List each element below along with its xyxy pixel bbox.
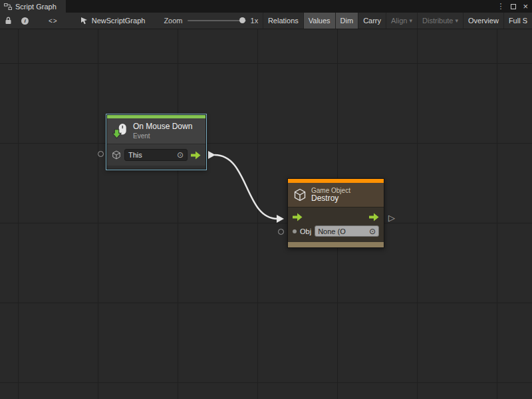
tab-script-graph[interactable]: Script Graph [0, 0, 66, 13]
zoom-label: Zoom [164, 17, 182, 25]
window-menu-icon[interactable]: ⋮ [497, 3, 504, 10]
destroy-node-bottom-bar [288, 242, 384, 247]
graph-toolbar: i <> NewScriptGraph Zoom 1x Relations Va… [0, 13, 532, 29]
destroy-obj-input-port[interactable] [278, 229, 284, 235]
lock-icon[interactable] [5, 17, 12, 25]
chevron-down-icon: ▾ [456, 17, 459, 24]
maximize-icon[interactable] [511, 4, 516, 9]
object-picker-icon[interactable]: ⊙ [177, 151, 184, 159]
align-button-label: Align [391, 17, 407, 25]
info-icon[interactable]: i [21, 17, 29, 25]
values-button[interactable]: Values [303, 13, 335, 29]
graph-name-label: NewScriptGraph [92, 17, 146, 25]
graph-canvas[interactable]: On Mouse Down Event This ⊙ [0, 29, 532, 399]
edit-graph-cursor-icon [80, 17, 88, 25]
mouse-event-icon [112, 123, 128, 139]
code-icon[interactable]: <> [49, 17, 58, 25]
destroy-flow-row [293, 211, 379, 223]
window-controls: ⋮ × [497, 0, 528, 13]
fullscreen-button[interactable]: Full S [503, 13, 532, 29]
align-button[interactable]: Align ▾ [386, 13, 417, 29]
event-node-body: This ⊙ [107, 144, 205, 166]
tab-title: Script Graph [15, 3, 57, 11]
flow-input-port-icon[interactable] [293, 213, 303, 221]
destroy-param-row: Obj None (O ⊙ [293, 225, 379, 237]
zoom-slider[interactable] [188, 20, 246, 21]
dim-button[interactable]: Dim [335, 13, 358, 29]
event-node-title: On Mouse Down [133, 122, 192, 131]
carry-button[interactable]: Carry [358, 13, 386, 29]
chevron-down-icon: ▾ [410, 17, 413, 24]
event-node-header[interactable]: On Mouse Down Event [107, 118, 205, 144]
overview-button[interactable]: Overview [463, 13, 503, 29]
flow-output-port-icon[interactable] [369, 213, 379, 221]
window-tab-bar: Script Graph ⋮ × [0, 0, 532, 13]
distribute-button-label: Distribute [422, 17, 453, 25]
connection-wire[interactable] [215, 155, 277, 219]
target-object-field[interactable]: This ⊙ [124, 149, 188, 161]
zoom-value: 1x [251, 17, 259, 25]
wire-layer [0, 29, 532, 399]
game-object-cube-icon [293, 188, 307, 201]
object-picker-icon[interactable]: ⊙ [369, 227, 376, 235]
target-object-value: This [128, 151, 142, 159]
flow-output-port-icon[interactable] [191, 151, 201, 160]
toolbar-button-group: Relations Values Dim Carry Align ▾ Distr… [263, 13, 532, 29]
event-target-input-port[interactable] [98, 151, 104, 157]
zoom-slider-handle[interactable] [239, 17, 245, 23]
flow-continue-port-icon[interactable]: ▷ [388, 213, 395, 222]
obj-param-label: Obj [300, 227, 311, 235]
event-node-footer [107, 166, 205, 169]
distribute-button[interactable]: Distribute ▾ [417, 13, 463, 29]
destroy-node-title: Destroy [311, 194, 350, 203]
wire-end-arrow [277, 215, 284, 223]
script-graph-icon [4, 3, 12, 11]
close-icon[interactable]: × [523, 2, 528, 11]
event-node-subtitle: Event [133, 132, 192, 140]
destroy-node-header[interactable]: Game Object Destroy [288, 183, 384, 207]
relations-button[interactable]: Relations [263, 13, 303, 29]
destroy-node-body: Obj None (O ⊙ [288, 207, 384, 242]
value-input-port-icon[interactable] [293, 229, 297, 233]
on-mouse-down-node[interactable]: On Mouse Down Event This ⊙ [106, 114, 206, 170]
game-object-cube-icon [112, 150, 121, 160]
wire-start-arrow [208, 151, 215, 159]
obj-object-field[interactable]: None (O ⊙ [315, 225, 379, 237]
obj-object-value: None (O [318, 227, 346, 235]
destroy-node[interactable]: Game Object Destroy [287, 178, 384, 248]
